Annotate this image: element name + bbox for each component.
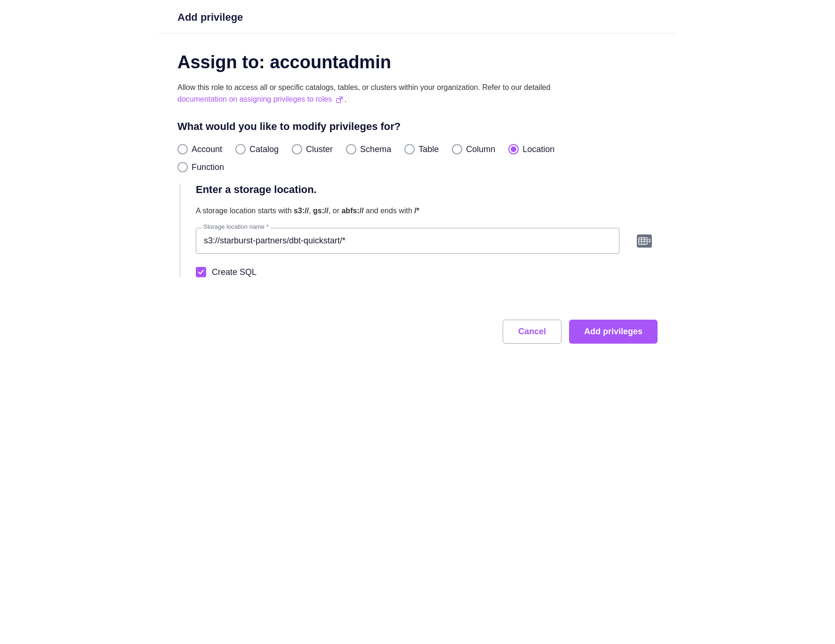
storage-location-input[interactable] — [196, 228, 619, 254]
radio-item-function[interactable]: Function — [177, 162, 224, 172]
doc-link-row: documentation on assigning privileges to… — [177, 95, 658, 104]
dialog-header: Add privilege — [159, 0, 676, 33]
wildcard-suffix: /* — [414, 207, 419, 215]
radio-catalog[interactable] — [235, 144, 246, 154]
radio-function[interactable] — [177, 162, 188, 172]
description-text: Allow this role to access all or specifi… — [177, 82, 658, 93]
radio-account[interactable] — [177, 144, 188, 154]
radio-group-row1: Account Catalog Cluster Schema Table — [177, 144, 658, 154]
radio-item-catalog[interactable]: Catalog — [235, 144, 279, 154]
radio-label-function: Function — [192, 162, 224, 172]
radio-label-location: Location — [522, 145, 554, 154]
radio-cluster[interactable] — [292, 144, 302, 154]
radio-label-cluster: Cluster — [306, 145, 333, 154]
radio-item-account[interactable]: Account — [177, 144, 222, 154]
grid-icon — [638, 237, 648, 245]
checkmark-icon — [198, 269, 204, 275]
radio-item-table[interactable]: Table — [404, 144, 439, 154]
add-privileges-button[interactable]: Add privileges — [569, 320, 658, 344]
radio-label-account: Account — [192, 145, 222, 154]
storage-section: Enter a storage location. A storage loca… — [179, 184, 658, 277]
radio-item-location[interactable]: Location — [508, 144, 554, 154]
dialog-body: Assign to: accountadmin Allow this role … — [159, 33, 676, 291]
storage-description: A storage location starts with s3://, gs… — [196, 205, 658, 217]
radio-label-catalog: Catalog — [249, 145, 279, 154]
radio-item-column[interactable]: Column — [452, 144, 495, 154]
abfs-prefix: abfs:// — [341, 207, 363, 215]
external-link-icon — [336, 97, 343, 103]
create-sql-row: Create SQL — [196, 267, 658, 277]
description-prefix: Allow this role to access all or specifi… — [177, 83, 550, 91]
cancel-button[interactable]: Cancel — [503, 320, 562, 344]
radio-label-column: Column — [466, 145, 495, 154]
create-sql-label: Create SQL — [212, 267, 257, 277]
storage-input-label: Storage location name * — [201, 223, 271, 230]
radio-group-row2: Function — [177, 162, 658, 172]
radio-table[interactable] — [404, 144, 415, 154]
radio-schema[interactable] — [346, 144, 356, 154]
dialog-footer: Cancel Add privileges — [159, 301, 676, 362]
radio-label-schema: Schema — [360, 145, 391, 154]
doc-link[interactable]: documentation on assigning privileges to… — [177, 95, 345, 103]
section-title: What would you like to modify privileges… — [177, 121, 658, 133]
radio-column[interactable] — [452, 144, 462, 154]
storage-desc-prefix: A storage location starts with — [196, 207, 294, 215]
table-icon: 3 — [637, 234, 652, 248]
svg-rect-1 — [639, 238, 647, 244]
assign-title: Assign to: accountadmin — [177, 52, 658, 72]
gs-prefix: gs:// — [313, 207, 329, 215]
radio-label-table: Table — [418, 145, 439, 154]
radio-item-schema[interactable]: Schema — [346, 144, 391, 154]
storage-title: Enter a storage location. — [196, 184, 658, 196]
dialog-title: Add privilege — [177, 11, 658, 24]
s3-prefix: s3:// — [294, 207, 309, 215]
radio-location[interactable] — [508, 144, 519, 154]
storage-desc-suffix: and ends with — [364, 207, 415, 215]
radio-item-cluster[interactable]: Cluster — [292, 144, 333, 154]
add-privilege-dialog: Add privilege Assign to: accountadmin Al… — [159, 0, 676, 644]
create-sql-checkbox[interactable] — [196, 267, 206, 277]
storage-input-group: Storage location name * 3 — [196, 228, 658, 254]
